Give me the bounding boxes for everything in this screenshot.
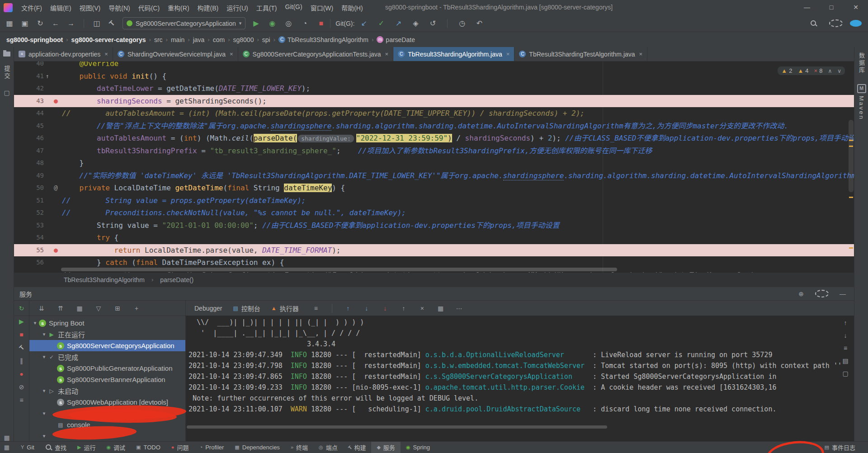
editor-tab[interactable]: CShardingOverviewServiceImpl.java× xyxy=(113,47,238,61)
terminal-tool-button[interactable]: »终端 xyxy=(285,442,313,453)
menu-item[interactable]: 文件(F) xyxy=(17,3,46,12)
tool-tab[interactable]: Debugger xyxy=(189,301,227,316)
window-close-button[interactable]: ✕ xyxy=(844,0,868,15)
tool-windows-icon[interactable]: ▦ xyxy=(4,434,9,441)
tool-tab[interactable]: ▤控制台 xyxy=(228,301,265,316)
chevron-down-icon[interactable]: ▾ xyxy=(40,354,48,360)
warning-stripe-mark[interactable] xyxy=(849,247,853,249)
code-line[interactable]: 51// String value = props.getProperty(da… xyxy=(14,194,854,207)
editor-tab[interactable]: CTbResult3ShardingAlgorithm.java× xyxy=(393,47,514,61)
run-configuration-select[interactable]: Sg8000ServerCategorysApplication ▾ xyxy=(123,17,245,29)
start-icon[interactable]: ▶ xyxy=(16,318,28,325)
tab-close-icon[interactable]: × xyxy=(639,51,643,57)
save-all-icon[interactable]: ▣ xyxy=(19,20,31,27)
run-icon[interactable]: ▶ xyxy=(250,20,262,27)
pin-icon[interactable]: ▢ xyxy=(4,89,9,96)
breadcrumb-item[interactable]: sg8000-springboot xyxy=(6,36,63,43)
code-line[interactable]: 53 String value = "2021-01-01 00:00:00";… xyxy=(14,219,854,232)
debug-tool-button[interactable]: ◉调试 xyxy=(101,442,131,453)
chevron-down-icon[interactable]: ▾ xyxy=(40,411,48,416)
menu-item[interactable]: 构建(B) xyxy=(193,3,223,12)
coverage-icon[interactable]: ◎ xyxy=(283,20,294,27)
list-icon[interactable]: ▤ xyxy=(840,358,851,364)
scroll-to-end-icon[interactable]: ↓ xyxy=(379,305,391,311)
console-output[interactable]: \\/ ___)| |_)| | | | | || (_| | ) ) ) ) … xyxy=(186,316,854,441)
build-tool-button[interactable]: T构建 xyxy=(343,442,372,453)
service-tree-item[interactable]: ▾▶正在运行 xyxy=(29,329,185,340)
inspection-badge[interactable]: ×8 xyxy=(814,67,823,74)
more-options-icon[interactable]: ⋯ xyxy=(453,305,465,311)
menu-item[interactable]: 视图(V) xyxy=(75,3,105,12)
breadcrumb-item[interactable]: com xyxy=(213,36,225,43)
clear-console-icon[interactable]: × xyxy=(416,305,428,311)
sync-icon[interactable]: ↻ xyxy=(34,20,46,27)
commit-tool-button[interactable]: 提交 xyxy=(3,66,11,80)
menu-item[interactable]: 工具(T) xyxy=(252,3,281,12)
breadcrumb-item[interactable]: sg8000 xyxy=(233,36,254,43)
code-editor[interactable]: 40 @Override41↑ public void init() {42 d… xyxy=(14,61,854,273)
chevron-down-icon[interactable]: ▾ xyxy=(40,331,48,337)
breadcrumb-item[interactable]: sg8000-server-categorys xyxy=(71,36,146,43)
warning-stripe-mark[interactable] xyxy=(849,146,853,147)
git-cherry-pick-icon[interactable]: ◈ xyxy=(410,20,421,27)
maven-tool-button[interactable]: M Maven xyxy=(857,84,866,120)
annotate-icon[interactable]: ↶ xyxy=(473,20,485,27)
menu-item[interactable]: 运行(U) xyxy=(222,3,252,12)
code-line[interactable]: 49 //"实际的参数值 'dateTimeKey' 永远是 'TbResult… xyxy=(14,170,854,182)
services-title[interactable]: 服务 xyxy=(19,289,32,298)
git-commit-icon[interactable]: ✓ xyxy=(375,20,387,27)
scroll-up-icon[interactable]: ↑ xyxy=(398,305,410,311)
menu-item[interactable]: Git(G) xyxy=(281,3,307,12)
service-tree-item[interactable]: sSg8000PublicGeneratorApplication xyxy=(29,363,185,374)
build-hammer-icon[interactable]: T xyxy=(105,17,119,30)
scroll-up-icon[interactable]: ↑ xyxy=(840,320,851,326)
breadcrumb-item[interactable]: mparseDate xyxy=(377,36,415,43)
editor-tab[interactable]: ≡application-dev.properties× xyxy=(14,47,113,61)
layout-settings-icon[interactable]: ≡ xyxy=(16,397,28,403)
warning-stripe-mark[interactable] xyxy=(849,140,853,141)
hide-panel-icon[interactable]: — xyxy=(837,291,849,297)
stop-icon[interactable]: ■ xyxy=(315,20,327,27)
clear-icon[interactable]: ▢ xyxy=(840,370,851,377)
service-tree-item[interactable]: sSg8000ServerBannerApplication xyxy=(29,374,185,385)
inspections-widget[interactable]: ▲2▲4×8∧∨ xyxy=(778,66,845,75)
layout-icon[interactable]: ≡ xyxy=(310,305,322,311)
menu-item[interactable]: 导航(N) xyxy=(104,3,134,12)
database-tool-button[interactable]: 数据库 xyxy=(857,52,866,74)
back-icon[interactable]: ← xyxy=(50,20,61,27)
menu-item[interactable]: 代码(C) xyxy=(134,3,164,12)
menu-item[interactable]: 窗口(W) xyxy=(307,3,338,12)
annotation-gutter-icon[interactable]: @ xyxy=(54,182,57,194)
code-line[interactable]: 48 } xyxy=(14,157,854,170)
service-tree-item[interactable]: sSg8000ServerCategorysApplication xyxy=(29,340,185,351)
service-tree-item[interactable]: ▾✓已完成 xyxy=(29,351,185,363)
breakpoint-icon[interactable]: ● xyxy=(54,244,58,257)
service-tree-item[interactable]: ▾▷未启动 xyxy=(29,385,185,396)
rerun-icon[interactable]: ↻ xyxy=(16,305,28,311)
git-rollback-icon[interactable]: ↺ xyxy=(427,20,439,27)
code-line[interactable]: 55● return LocalDateTime.parse(value, DA… xyxy=(14,244,854,257)
git-push-icon[interactable]: ↗ xyxy=(392,20,404,27)
window-minimize-button[interactable]: — xyxy=(795,0,819,15)
tab-close-icon[interactable]: × xyxy=(230,51,233,57)
tab-close-icon[interactable]: × xyxy=(506,51,510,57)
menu-item[interactable]: 帮助(H) xyxy=(337,3,367,12)
mute-breakpoints-icon[interactable]: ⊘ xyxy=(16,384,28,390)
code-line[interactable]: 40 @Override xyxy=(14,61,854,70)
add-service-icon[interactable]: ⊞ xyxy=(112,305,123,311)
editor-tab[interactable]: CSg8000ServerCategorysApplicationTests.j… xyxy=(238,47,394,61)
event-log-button[interactable]: ▤事件日志 xyxy=(819,443,861,452)
editor-tab[interactable]: CTbResult3ShardingTestAlgorithm.java× xyxy=(514,47,647,61)
debug-icon[interactable]: ◉ xyxy=(266,20,278,27)
warning-stripe-mark[interactable] xyxy=(849,197,853,198)
add-icon[interactable]: + xyxy=(131,305,142,311)
chevron-down-icon[interactable]: ▾ xyxy=(40,388,48,394)
code-line[interactable]: 56 } catch (final DateTimeParseException… xyxy=(14,256,854,269)
dependencies-tool-button[interactable]: ▦Dependencies xyxy=(229,442,285,453)
settings-gear-icon[interactable] xyxy=(829,19,843,27)
chevron-down-icon[interactable]: ▾ xyxy=(31,320,39,326)
forward-icon[interactable]: → xyxy=(65,20,77,27)
scroll-down-icon[interactable]: ↓ xyxy=(361,305,373,311)
code-with-me-icon[interactable] xyxy=(850,20,862,27)
build-icon[interactable]: T xyxy=(15,341,28,354)
